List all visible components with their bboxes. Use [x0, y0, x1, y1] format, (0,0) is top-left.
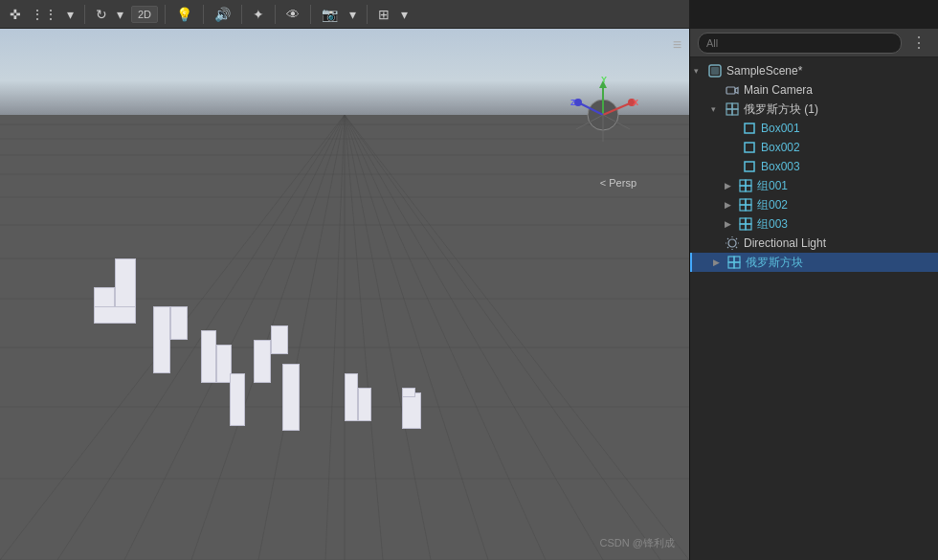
svg-rect-50: [740, 180, 746, 186]
svg-marker-42: [735, 87, 738, 93]
tree-arrow-zu001: ▶: [725, 181, 738, 190]
svg-rect-56: [740, 205, 746, 211]
tetris-block-6b: [271, 325, 288, 354]
persp-label: < Persp: [600, 177, 636, 189]
group-icon-zu001: [738, 178, 753, 193]
svg-line-21: [345, 115, 488, 560]
rotate-dropdown[interactable]: ▾: [113, 5, 127, 24]
toolbar-menu-button[interactable]: ⋮⋮: [27, 5, 61, 24]
tree-label-main-camera: Main Camera: [744, 83, 938, 97]
rotate-tool-button[interactable]: ↻: [92, 5, 111, 24]
toolbar-sep-4: [241, 5, 242, 24]
toolbar-dropdown-button[interactable]: ▾: [63, 5, 78, 24]
move-tool-button[interactable]: ✜: [6, 5, 25, 24]
tetris-block-7b: [358, 388, 371, 421]
tetris-block-1a: [115, 258, 136, 311]
gizmo: Y X Z: [565, 77, 641, 153]
tetris-block-2a: [153, 306, 170, 373]
toolbar-transform-group: ↻ ▾: [92, 5, 127, 24]
svg-rect-73: [728, 262, 734, 268]
tree-item-zu002[interactable]: ▶ 组002: [690, 195, 938, 214]
tree-label-zu002: 组002: [757, 197, 938, 213]
tree-label-box002: Box002: [761, 141, 938, 154]
svg-rect-48: [745, 143, 754, 152]
svg-line-23: [345, 115, 603, 560]
svg-rect-53: [746, 186, 751, 191]
camera-dropdown[interactable]: ▾: [346, 5, 360, 24]
svg-rect-45: [726, 109, 732, 115]
cube-icon-box002: [742, 140, 757, 155]
tree-item-box003[interactable]: Box003: [690, 157, 938, 176]
tree-item-tetris-group-1[interactable]: ▾ 俄罗斯方块 (1): [690, 100, 938, 119]
grid-floor: [0, 115, 689, 560]
svg-line-22: [345, 115, 546, 560]
svg-rect-57: [746, 205, 751, 211]
svg-rect-59: [746, 218, 751, 224]
2d-button[interactable]: 2D: [131, 6, 158, 23]
visibility-button[interactable]: 👁: [282, 5, 303, 24]
tree-item-directional-light[interactable]: Directional Light: [690, 234, 938, 253]
svg-rect-58: [740, 218, 746, 224]
grid-dropdown[interactable]: ▾: [397, 5, 412, 24]
audio-button[interactable]: 🔊: [211, 5, 234, 24]
svg-text:X: X: [633, 98, 638, 107]
toolbar-sep-7: [367, 5, 368, 24]
svg-line-17: [325, 115, 345, 560]
hierarchy-search-input[interactable]: [698, 33, 902, 54]
toolbar-left-group: ✜ ⋮⋮ ▾: [6, 5, 78, 24]
grid-svg: [0, 115, 689, 560]
scene-viewport[interactable]: Y X Z < Persp ≡ CSDN @锋利成: [0, 29, 689, 560]
tree-label-zu003: 组003: [757, 216, 938, 233]
svg-line-69: [736, 238, 737, 239]
svg-rect-72: [734, 257, 740, 262]
tree-item-main-camera[interactable]: Main Camera: [690, 80, 938, 100]
tree-item-zu001[interactable]: ▶ 组001: [690, 176, 938, 195]
tree-item-box002[interactable]: Box002: [690, 138, 938, 157]
svg-rect-43: [726, 103, 732, 109]
group-icon-zu002: [738, 197, 753, 213]
hierarchy-content: ▾ SampleScene* Main C: [690, 57, 938, 560]
svg-line-70: [727, 247, 728, 248]
tree-item-zu003[interactable]: ▶ 组003: [690, 214, 938, 234]
svg-rect-51: [746, 180, 751, 186]
svg-rect-54: [740, 199, 746, 205]
svg-line-67: [727, 238, 728, 239]
tree-item-box001[interactable]: Box001: [690, 119, 938, 138]
toolbar-sep-2: [165, 5, 166, 24]
tetris-block-4a: [230, 373, 245, 426]
grid-button[interactable]: ⊞: [374, 5, 393, 24]
tree-label-zu001: 组001: [757, 178, 938, 194]
gizmo-svg: Y X Z: [565, 77, 641, 153]
tree-item-sample-scene[interactable]: ▾ SampleScene*: [690, 61, 938, 80]
effects-button[interactable]: ✦: [249, 5, 268, 24]
cube-icon-box003: [742, 159, 757, 174]
viewport-credit: CSDN @锋利成: [600, 536, 675, 550]
tetris-block-2b: [170, 306, 188, 340]
tetris-block-5a: [282, 364, 300, 431]
svg-rect-49: [745, 162, 754, 171]
svg-line-25: [345, 115, 689, 560]
camera-button[interactable]: 📷: [318, 5, 342, 24]
svg-text:Z: Z: [570, 98, 576, 107]
toolbar-sep-5: [275, 5, 276, 24]
svg-point-62: [728, 239, 736, 247]
svg-rect-44: [732, 103, 738, 109]
lighting-button[interactable]: 💡: [172, 5, 196, 24]
tree-arrow-tetris-1: ▾: [711, 104, 725, 114]
camera-icon: [725, 82, 740, 98]
tree-item-tetris-selected[interactable]: ▶ 俄罗斯方块: [690, 253, 938, 272]
svg-rect-47: [745, 123, 754, 133]
svg-rect-52: [740, 186, 746, 191]
svg-rect-46: [732, 109, 738, 115]
svg-line-68: [736, 247, 737, 248]
svg-rect-61: [746, 224, 751, 230]
hierarchy-more-button[interactable]: ⋮: [907, 34, 930, 52]
svg-line-20: [345, 115, 431, 560]
group-icon-selected: [726, 255, 742, 270]
tetris-block-1c: [94, 306, 136, 324]
tree-label-tetris-1: 俄罗斯方块 (1): [744, 101, 938, 118]
group-icon-zu003: [738, 216, 753, 232]
viewport-menu-icon[interactable]: ≡: [673, 36, 681, 54]
svg-line-19: [345, 115, 383, 560]
tree-label-directional-light: Directional Light: [744, 236, 938, 250]
